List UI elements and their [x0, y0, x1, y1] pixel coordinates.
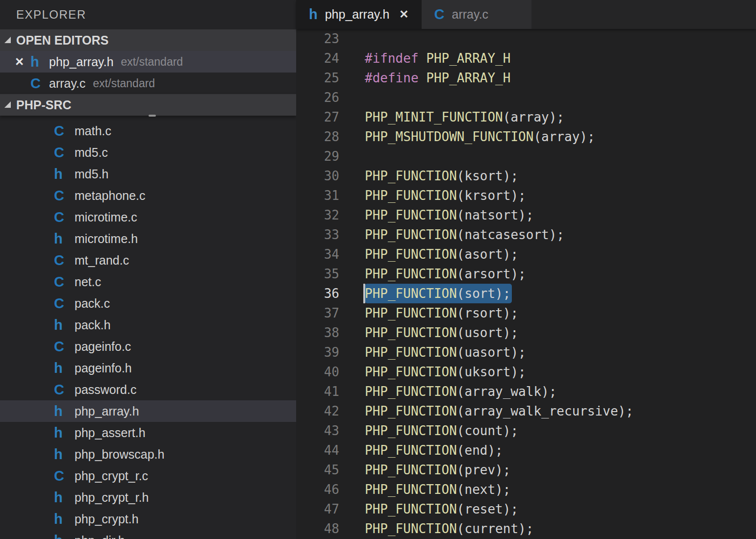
code-token: (natcasesort);	[457, 227, 564, 242]
line-number: 46	[296, 480, 339, 499]
h-file-icon: h	[54, 490, 75, 505]
open-editors-section-header[interactable]: OPEN EDITORS	[0, 29, 296, 51]
code-token: #define	[365, 71, 419, 85]
tab-array-c[interactable]: Carray.c	[422, 0, 532, 29]
code-line[interactable]: 43PHP_FUNCTION(count);	[296, 421, 756, 441]
code-token: PHP_FUNCTION	[365, 463, 457, 477]
code-line[interactable]: 41PHP_FUNCTION(array_walk);	[296, 382, 756, 401]
code-text: PHP_FUNCTION(uasort);	[365, 343, 526, 362]
tab-close-icon[interactable]: ✕	[399, 8, 408, 21]
file-name: php_assert.h	[75, 426, 146, 440]
tree-item[interactable]: hmicrotime.h	[0, 228, 296, 249]
open-editor-item[interactable]: ✕hphp_array.hext/standard	[0, 51, 296, 73]
tab-label: array.c	[452, 7, 489, 22]
tree-item[interactable]: hphp_crypt.h	[0, 508, 296, 530]
c-file-icon: C	[54, 146, 75, 160]
tree-item[interactable]: hphp_assert.h	[0, 422, 296, 443]
code-text: PHP_FUNCTION(next);	[365, 480, 510, 499]
code-token: (krsort);	[457, 188, 526, 203]
close-icon[interactable]: ✕	[15, 55, 30, 69]
code-line[interactable]: 31PHP_FUNCTION(krsort);	[296, 186, 756, 205]
code-line[interactable]: 47PHP_FUNCTION(reset);	[296, 499, 756, 519]
tree-item[interactable]: hphp_array.h	[0, 400, 296, 422]
code-token: (arsort);	[457, 267, 526, 281]
h-file-icon: h	[54, 361, 75, 375]
php-src-section-header[interactable]: PHP-SRC	[0, 94, 296, 116]
line-number: 35	[296, 264, 339, 284]
code-line[interactable]: 46PHP_FUNCTION(next);	[296, 480, 756, 499]
tree-item[interactable]: Cmd5.c	[0, 142, 296, 163]
tree-item[interactable]: hmd5.h	[0, 163, 296, 185]
code-token: PHP_FUNCTION	[365, 482, 457, 497]
code-text: PHP_FUNCTION(array_walk_recursive);	[365, 401, 633, 421]
tree-item[interactable]: hphp_browscap.h	[0, 443, 296, 465]
tree-item[interactable]: hpack.h	[0, 314, 296, 336]
tree-item[interactable]: hpageinfo.h	[0, 357, 296, 379]
code-line[interactable]: 44PHP_FUNCTION(end);	[296, 441, 756, 460]
tree-item[interactable]: hphp_dir.h	[0, 530, 296, 539]
code-token: PHP_FUNCTION	[365, 423, 457, 438]
file-name: md5.c	[75, 146, 108, 160]
code-line[interactable]: 42PHP_FUNCTION(array_walk_recursive);	[296, 401, 756, 421]
open-editors-label: OPEN EDITORS	[16, 33, 108, 48]
code-line[interactable]: 35PHP_FUNCTION(arsort);	[296, 264, 756, 284]
line-number: 41	[296, 382, 339, 401]
tree-item[interactable]: Cpageinfo.c	[0, 336, 296, 357]
code-line[interactable]: 33PHP_FUNCTION(natcasesort);	[296, 225, 756, 245]
code-line[interactable]: 32PHP_FUNCTION(natsort);	[296, 205, 756, 225]
code-token: (current);	[457, 521, 534, 536]
code-text: #ifndef PHP_ARRAY_H	[365, 49, 510, 68]
code-token: PHP_FUNCTION	[365, 306, 457, 320]
open-editor-item[interactable]: Carray.cext/standard	[0, 73, 296, 94]
code-line[interactable]: 48PHP_FUNCTION(current);	[296, 519, 756, 539]
code-token: PHP_FUNCTION	[365, 227, 457, 242]
code-line[interactable]: 34PHP_FUNCTION(asort);	[296, 245, 756, 264]
code-line[interactable]: 25#define PHP_ARRAY_H	[296, 68, 756, 88]
php-src-label: PHP-SRC	[16, 98, 72, 112]
tree-item[interactable]: Cmath.c	[0, 120, 296, 142]
section-expanded-triangle-icon	[4, 37, 11, 43]
tree-item[interactable]: Cpack.c	[0, 293, 296, 314]
code-token: (usort);	[457, 325, 518, 340]
code-line[interactable]: 24#ifndef PHP_ARRAY_H	[296, 49, 756, 68]
file-name: microtime.c	[75, 210, 137, 224]
code-line[interactable]: 27PHP_MINIT_FUNCTION(array);	[296, 107, 756, 127]
code-text: PHP_FUNCTION(usort);	[365, 323, 518, 343]
tab-php-array-h[interactable]: hphp_array.h✕	[296, 0, 422, 29]
file-name: php_crypt.h	[75, 512, 139, 526]
tree-item[interactable]: Cmicrotime.c	[0, 206, 296, 228]
code-line[interactable]: 23	[296, 29, 756, 49]
code-token	[419, 71, 427, 85]
code-text: PHP_FUNCTION(natsort);	[365, 205, 533, 225]
code-line[interactable]: 40PHP_FUNCTION(uksort);	[296, 362, 756, 382]
tree-item[interactable]: Cpassword.c	[0, 379, 296, 400]
line-number: 25	[296, 68, 339, 88]
code-line[interactable]: 29	[296, 147, 756, 166]
tree-item[interactable]: Cnet.c	[0, 271, 296, 293]
code-token: (uasort);	[457, 345, 526, 360]
tree-item[interactable]: Cmetaphone.c	[0, 185, 296, 206]
code-line[interactable]: 38PHP_FUNCTION(usort);	[296, 323, 756, 343]
file-name: php_array.h	[49, 55, 114, 69]
code-token: PHP_FUNCTION	[365, 247, 457, 262]
code-text: PHP_FUNCTION(prev);	[365, 460, 510, 480]
code-line[interactable]: 26	[296, 88, 756, 107]
tree-item[interactable]: Cmt_rand.c	[0, 249, 296, 271]
code-line[interactable]: 36PHP_FUNCTION(sort);	[296, 284, 756, 303]
line-number: 40	[296, 362, 339, 382]
code-line[interactable]: 28PHP_MSHUTDOWN_FUNCTION(array);	[296, 127, 756, 147]
h-file-icon: h	[54, 512, 75, 526]
code-line[interactable]: 45PHP_FUNCTION(prev);	[296, 460, 756, 480]
code-line[interactable]: 30PHP_FUNCTION(ksort);	[296, 166, 756, 186]
tree-item[interactable]: hphp_crypt_r.h	[0, 487, 296, 508]
line-number: 26	[296, 88, 339, 107]
line-number: 27	[296, 107, 339, 127]
code-token: PHP_FUNCTION	[365, 345, 457, 360]
code-line[interactable]: 39PHP_FUNCTION(uasort);	[296, 343, 756, 362]
code-area[interactable]: 2324#ifndef PHP_ARRAY_H25#define PHP_ARR…	[296, 29, 756, 539]
code-text: PHP_FUNCTION(current);	[365, 519, 533, 539]
code-token: PHP_MSHUTDOWN_FUNCTION	[365, 129, 533, 144]
file-name: net.c	[75, 275, 101, 289]
tree-item[interactable]: Cphp_crypt_r.c	[0, 465, 296, 487]
code-line[interactable]: 37PHP_FUNCTION(rsort);	[296, 303, 756, 323]
